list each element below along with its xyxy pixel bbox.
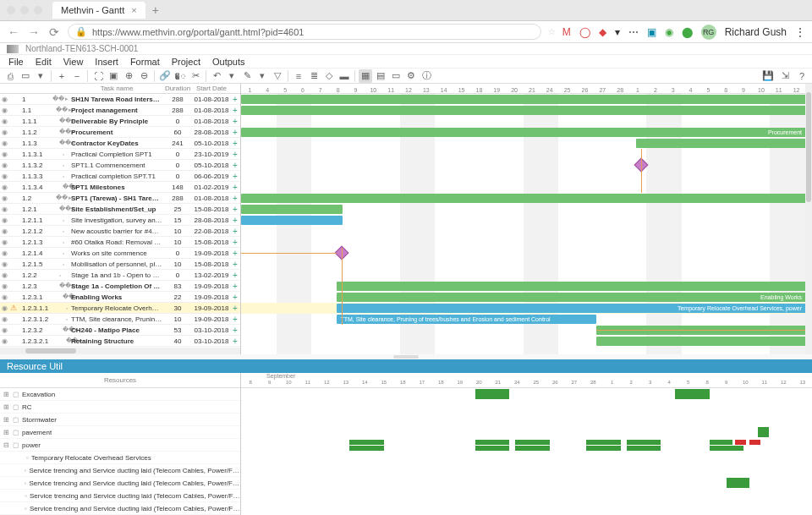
utilization-cell[interactable]: [586, 446, 621, 451]
visibility-icon[interactable]: ◉: [0, 238, 8, 246]
gantt-bar[interactable]: TTM, Site clearance, Pruning of trees/bu…: [337, 315, 596, 324]
expand-toggle[interactable]: ��▸: [52, 326, 71, 333]
task-horizontal-scrollbar[interactable]: [0, 348, 240, 354]
gantt-bar[interactable]: [241, 95, 805, 104]
task-row[interactable]: ◉1.2.1.3▫#60 Otaika Road: Removal of bui…: [0, 237, 240, 248]
user-name[interactable]: Richard Gush: [725, 26, 787, 38]
utilization-cell[interactable]: [710, 440, 732, 445]
utilization-cell[interactable]: [749, 440, 761, 445]
expand-toggle[interactable]: ⊟: [3, 441, 10, 449]
visibility-icon[interactable]: ◉: [0, 96, 8, 103]
help-button[interactable]: ?: [795, 69, 809, 83]
reload-button[interactable]: ⟳: [47, 25, 61, 39]
gantt-bar[interactable]: [241, 106, 805, 115]
add-subtask-button[interactable]: +: [230, 304, 240, 313]
resource-row[interactable]: ▫Service trencing and Service ducting la…: [0, 502, 240, 515]
expand-toggle[interactable]: ▫: [52, 272, 71, 278]
add-subtask-button[interactable]: +: [230, 282, 240, 291]
add-subtask-button[interactable]: +: [230, 271, 240, 280]
utilization-cell[interactable]: [735, 440, 747, 445]
task-row[interactable]: ◉1.2.3.2��▸CH240 - Matipo Place5303-10-2…: [0, 325, 240, 336]
task-row[interactable]: ◉1.1.3.4��▸SPT1 Milestones14801-02-2019+: [0, 182, 240, 193]
menu-view[interactable]: View: [58, 55, 89, 68]
remove-button[interactable]: −: [70, 69, 84, 83]
forward-button[interactable]: →: [27, 25, 41, 39]
expand-toggle[interactable]: ▫: [52, 305, 71, 311]
col-task-name[interactable]: Task name: [71, 84, 162, 93]
task-row[interactable]: ◉1.1.3��▸Contractor KeyDates24105-10-201…: [0, 138, 240, 149]
add-subtask-button[interactable]: +: [230, 194, 240, 203]
task-row[interactable]: ◉1��▸SH1N Tarewa Road Intersection Impro…: [0, 94, 240, 105]
resource-row[interactable]: ▫Service trencing and Service ducting la…: [0, 464, 240, 477]
save-button[interactable]: 💾: [761, 69, 775, 83]
expand-toggle[interactable]: ��▸: [52, 140, 71, 146]
info-button[interactable]: ⓘ: [420, 69, 433, 83]
visibility-icon[interactable]: ◉: [0, 184, 8, 191]
milestone-button[interactable]: ◇: [322, 69, 336, 83]
ext-adblock-icon[interactable]: ◆: [599, 26, 606, 38]
task-row[interactable]: ◉1.2.3.2.1��▸Retaining Structure4003-10-…: [0, 336, 240, 347]
visibility-icon[interactable]: ◉: [0, 260, 8, 268]
expand-toggle[interactable]: ▫: [52, 261, 71, 267]
task-row[interactable]: ◉1.1.3.2▫SPT1.1 Commencement005-10-2018+: [0, 160, 240, 171]
expand-toggle[interactable]: ��▸: [52, 184, 71, 190]
visibility-icon[interactable]: ◉: [0, 194, 8, 202]
close-window-icon[interactable]: [7, 6, 15, 14]
utilization-cell[interactable]: [627, 440, 661, 445]
resource-row[interactable]: ⊞▢Excavation: [0, 388, 240, 401]
align-left-button[interactable]: ≡: [292, 69, 305, 83]
ext-mail-icon[interactable]: M: [562, 26, 571, 38]
menu-format[interactable]: Format: [125, 55, 165, 68]
add-subtask-button[interactable]: +: [230, 326, 240, 335]
task-row[interactable]: ◉1.2.3.1��▸Enabling Works2219-09-2018+: [0, 292, 240, 303]
task-row[interactable]: ◉1.2.1��▸Site Establishment/Set_up2515-0…: [0, 204, 240, 215]
expand-toggle[interactable]: ��▸: [52, 194, 71, 201]
col-duration[interactable]: Duration: [162, 84, 193, 93]
ext-opera-icon[interactable]: ◯: [579, 26, 590, 38]
visibility-icon[interactable]: ◉: [0, 216, 8, 224]
resource-row[interactable]: ▫Service trencing and Service ducting la…: [0, 477, 240, 490]
gantt-bar[interactable]: [241, 194, 805, 203]
resource-row[interactable]: ⊞▢Stormwater: [0, 414, 240, 426]
align-center-button[interactable]: ≣: [307, 69, 321, 83]
zoom-fit-button[interactable]: ▣: [107, 69, 120, 83]
filter-button[interactable]: ▽: [271, 69, 284, 83]
add-subtask-button[interactable]: +: [230, 139, 240, 148]
task-row[interactable]: ◉1.2.1.2▫New acoustic barrier for #40 Ot…: [0, 226, 240, 237]
redo-dropdown[interactable]: ▾: [225, 69, 239, 83]
utilization-cell[interactable]: [475, 440, 510, 445]
gantt-bar[interactable]: Enabling Works: [337, 293, 805, 302]
add-subtask-button[interactable]: +: [230, 238, 240, 247]
resource-row[interactable]: ▫Temporary Relocate Overhead Services: [0, 452, 240, 464]
task-row[interactable]: ◉1.2��▸SPT1 (Tarewa) - SH1 Tarewa Road I…: [0, 193, 240, 204]
new-tab-button[interactable]: +: [152, 3, 159, 17]
resource-row[interactable]: ⊞▢pavement: [0, 426, 240, 439]
utilization-cell[interactable]: [515, 440, 550, 445]
unlink-button[interactable]: �េ: [173, 69, 187, 83]
star-icon[interactable]: ☆: [548, 27, 556, 36]
menu-project[interactable]: Project: [167, 55, 206, 68]
add-subtask-button[interactable]: +: [230, 106, 240, 115]
resource-row[interactable]: ▫Service trencing and Service ducting la…: [0, 490, 240, 502]
visibility-icon[interactable]: ◉: [0, 140, 8, 147]
visibility-icon[interactable]: ◉: [0, 151, 8, 158]
add-subtask-button[interactable]: +: [230, 128, 240, 137]
fullscreen-button[interactable]: ⛶: [91, 69, 105, 83]
resource-util-header[interactable]: Resource Util: [0, 359, 812, 373]
ext-grammarly-icon[interactable]: ⬤: [682, 26, 693, 38]
gantt-vertical-scrollbar[interactable]: [805, 84, 812, 354]
visibility-icon[interactable]: ◉: [0, 293, 8, 301]
utilization-cell[interactable]: [349, 440, 384, 445]
menu-file[interactable]: File: [3, 55, 29, 68]
add-subtask-button[interactable]: +: [230, 315, 240, 324]
print-button[interactable]: ⎙: [3, 69, 17, 83]
add-subtask-button[interactable]: +: [230, 150, 240, 159]
menu-edit[interactable]: Edit: [30, 55, 57, 68]
add-subtask-button[interactable]: +: [230, 260, 240, 269]
add-subtask-button[interactable]: +: [230, 227, 240, 236]
gantt-chart[interactable]: 1456789101112131415181920212425262728123…: [241, 84, 805, 354]
visibility-icon[interactable]: ◉: [0, 129, 8, 136]
gantt-bar[interactable]: [241, 216, 343, 225]
utilization-cell[interactable]: [586, 440, 621, 445]
visibility-icon[interactable]: ◉: [0, 205, 8, 213]
